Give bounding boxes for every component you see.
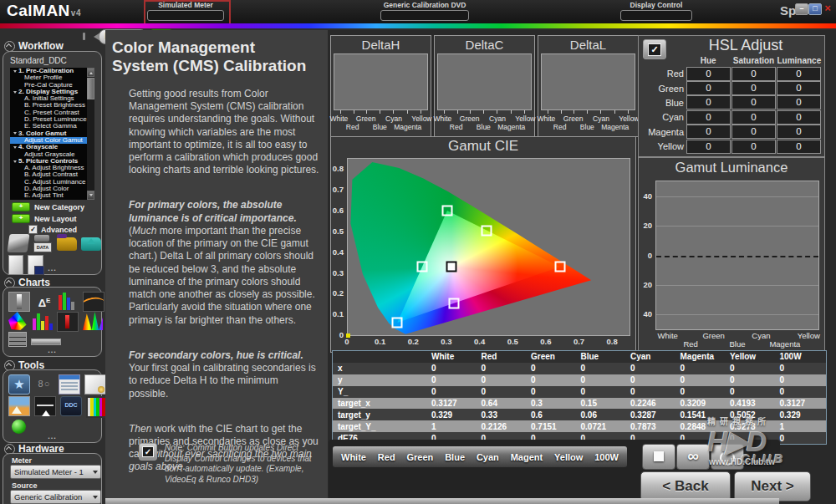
table-row[interactable]: target_x0.31270.640.30.150.22460.32090.4… (333, 398, 826, 410)
hsl-value-cell[interactable]: 0 (777, 95, 821, 109)
open-folder-icon[interactable] (57, 237, 77, 251)
import-folder-icon[interactable] (81, 237, 101, 251)
meter-strip-icon[interactable] (31, 339, 61, 345)
source-select[interactable]: Generic Calibration (10, 490, 101, 504)
hsl-value-cell[interactable]: 0 (686, 67, 731, 81)
cie-point-cyan[interactable] (417, 262, 428, 272)
hsl-value-cell[interactable]: 0 (732, 95, 776, 109)
back-button[interactable]: < Back (640, 471, 731, 501)
new-category-button[interactable]: + New Category (12, 202, 84, 211)
hsl-value-cell[interactable]: 0 (686, 140, 731, 154)
export-data-icon[interactable]: DATA (33, 234, 53, 252)
hsl-value-cell[interactable]: 0 (777, 67, 821, 81)
next-button[interactable]: Next > (734, 471, 811, 501)
expander-icon[interactable] (13, 160, 17, 165)
meter-select[interactable]: Simulated Meter - 1 (10, 465, 101, 479)
table-row[interactable]: x00000000 (333, 363, 826, 374)
hsl-value-cell[interactable]: 0 (732, 67, 776, 81)
close-button[interactable]: × (822, 3, 833, 13)
minimize-button[interactable]: – (795, 3, 808, 15)
hsl-value-cell[interactable]: 0 (777, 110, 821, 125)
cie-point-yellow[interactable] (482, 225, 492, 236)
delta-e-chart-icon[interactable]: ΔE (34, 292, 54, 310)
hsl-value-cell[interactable]: 0 (732, 110, 776, 125)
pattern-button-red[interactable]: Red (378, 452, 395, 462)
tree-scrollbar[interactable] (87, 68, 94, 200)
rgb-bars-chart-icon[interactable] (59, 292, 79, 310)
pattern-button-yellow[interactable]: Yellow (554, 452, 583, 462)
hsl-value-cell[interactable]: 0 (686, 95, 731, 109)
hsl-value-cell[interactable]: 0 (686, 110, 731, 125)
bottom-scrollbar[interactable] (105, 498, 779, 504)
hsl-value-cell[interactable]: 0 (732, 81, 776, 95)
workflow-section-header[interactable]: Workflow (4, 40, 64, 52)
cie-point-blue[interactable] (392, 318, 403, 328)
table-cell: 0 (528, 364, 578, 373)
pattern-button-blue[interactable]: Blue (445, 452, 465, 462)
cie-point-green[interactable] (441, 206, 452, 216)
red-level-chart-icon[interactable] (57, 312, 79, 332)
ddc-control-icon[interactable]: DDC (60, 396, 82, 416)
hsl-value-cell[interactable]: 0 (777, 125, 821, 139)
charts-more-button[interactable]: ... (3, 346, 101, 354)
charts-icon-row-2 (8, 312, 103, 332)
expander-icon[interactable] (13, 91, 17, 95)
new-layout-button[interactable]: + New Layout (12, 214, 77, 223)
cie-point-white[interactable] (446, 262, 456, 272)
pattern-button-100w[interactable]: 100W (594, 452, 619, 462)
hsl-enable-checkbox[interactable]: ✓ (643, 39, 666, 59)
table-cell: 0 (677, 387, 727, 396)
cie-chart-icon[interactable] (8, 312, 28, 330)
maximize-button[interactable]: □ (808, 3, 822, 15)
workflow-more-button[interactable]: ... (3, 264, 101, 272)
data-table-icon[interactable] (8, 332, 27, 347)
power-button[interactable] (711, 444, 744, 470)
table-row[interactable]: Y_00000000 (333, 386, 826, 398)
pattern-button-cyan[interactable]: Cyan (477, 452, 499, 462)
cie-y-tick-label: 0 (339, 330, 344, 339)
expander-icon[interactable] (13, 146, 17, 150)
spectrum-chart-icon[interactable] (83, 312, 103, 330)
hsl-value-cell[interactable]: 0 (686, 81, 731, 95)
display-control-field[interactable] (620, 10, 692, 21)
print-icon[interactable] (7, 234, 29, 252)
hsl-value-cell[interactable]: 0 (732, 140, 776, 154)
table-row[interactable]: target_y0.3290.330.60.060.32870.15410.50… (333, 409, 826, 420)
workflow-tree-item[interactable]: E. Adjust Tint (10, 192, 87, 199)
workflow-actions-row: DATA (8, 234, 101, 252)
expander-icon[interactable] (13, 132, 17, 136)
cie-point-red[interactable] (554, 262, 565, 272)
report-certificate-icon[interactable] (84, 374, 106, 395)
hsl-value-cell[interactable]: 0 (777, 140, 821, 154)
hsl-value-cell[interactable]: 0 (686, 125, 731, 139)
luminance-chart-icon[interactable] (8, 292, 30, 312)
hsl-value-cell[interactable]: 0 (777, 81, 821, 95)
hsl-value-cell[interactable]: 0 (732, 125, 776, 139)
expander-icon[interactable] (13, 70, 17, 74)
collapse-icon[interactable] (4, 41, 15, 52)
pin-icon[interactable] (79, 32, 89, 41)
image-viewer-icon[interactable] (8, 396, 30, 416)
source-control-field[interactable] (380, 10, 469, 21)
level-slider-icon[interactable] (34, 396, 56, 416)
scroll-up-icon[interactable] (87, 68, 94, 77)
tools-more-button[interactable]: ... (3, 432, 101, 440)
scroll-down-icon[interactable] (87, 191, 94, 200)
signature-chart-icon[interactable] (83, 292, 104, 312)
cie-point-magenta[interactable] (449, 298, 460, 308)
table-row[interactable]: y00000000 (333, 374, 826, 386)
continuous-measure-button[interactable]: ∞ (676, 444, 710, 470)
advanced-checkbox-row[interactable]: ✓ Advanced (28, 225, 77, 234)
pattern-button-magent[interactable]: Magent (511, 452, 543, 462)
profile-dots-icon[interactable]: 8○ (34, 374, 54, 393)
commit-checkbox[interactable]: ✓ (139, 443, 157, 461)
scrollbar-thumb[interactable] (87, 78, 94, 99)
stop-button[interactable] (642, 444, 675, 470)
checkbox-checked-icon[interactable]: ✓ (28, 225, 38, 234)
pattern-button-green[interactable]: Green (406, 452, 433, 462)
pattern-button-white[interactable]: White (341, 452, 366, 462)
session-list-icon[interactable] (59, 374, 80, 395)
favorites-star-icon[interactable]: ★ (8, 374, 30, 395)
table-row[interactable]: target_Y_10.21260.71510.07210.78730.2848… (333, 420, 826, 432)
histogram-chart-icon[interactable] (33, 312, 53, 330)
